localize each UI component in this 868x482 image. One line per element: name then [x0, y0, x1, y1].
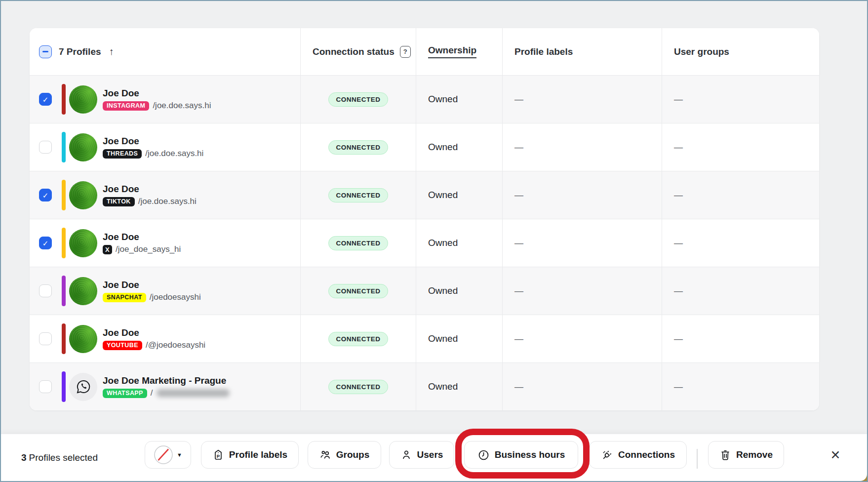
chevron-down-icon: ▼	[177, 452, 182, 458]
business-hours-button[interactable]: Business hours	[464, 441, 578, 469]
profile-labels-value: —	[502, 76, 662, 123]
profile-labels-value: —	[502, 123, 662, 171]
status-badge: CONNECTED	[328, 380, 388, 394]
profile-name: Joe Doe	[103, 232, 181, 242]
profile-handle: /joe.doe.says.hi	[153, 101, 211, 111]
profile-handle: /joedoesayshi	[150, 292, 201, 302]
user-groups-value: —	[662, 363, 819, 410]
status-badge: CONNECTED	[328, 236, 388, 250]
ownership-value: Owned	[416, 315, 502, 362]
row-checkbox[interactable]	[39, 332, 52, 345]
groups-button[interactable]: Groups	[308, 441, 381, 469]
platform-badge: WHATSAPP	[103, 389, 147, 398]
connections-button[interactable]: Connections	[589, 441, 687, 469]
users-button[interactable]: Users	[389, 441, 454, 469]
color-label-dropdown[interactable]: ▼	[145, 441, 191, 469]
profile-name: Joe Doe	[103, 88, 211, 99]
whatsapp-icon	[76, 379, 91, 395]
profile-color-bar	[62, 180, 66, 210]
table-row[interactable]: Joe Doe Marketing - Prague WHATSAPP / CO…	[30, 362, 819, 410]
avatar	[69, 133, 97, 161]
ownership-value: Owned	[416, 267, 502, 315]
profile-color-bar	[62, 132, 66, 162]
select-all-checkbox[interactable]	[39, 45, 52, 58]
label-tag-icon: P	[212, 449, 224, 461]
sort-ascending-icon[interactable]: ↑	[109, 46, 114, 57]
row-checkbox[interactable]	[39, 284, 52, 297]
status-badge: CONNECTED	[328, 332, 388, 346]
profile-labels-value: —	[502, 171, 662, 219]
user-groups-value: —	[662, 219, 819, 267]
connection-status-header: Connection status	[313, 46, 395, 57]
profile-name: Joe Doe Marketing - Prague	[103, 375, 230, 386]
profile-color-bar	[62, 276, 66, 306]
divider	[697, 449, 698, 469]
plug-connections-icon	[601, 449, 613, 461]
ownership-value: Owned	[416, 219, 502, 267]
profile-handle: /joe_doe_says_hi	[116, 244, 181, 254]
avatar	[69, 229, 97, 257]
selected-count-text: 3Profiles selected	[21, 452, 98, 463]
screen: 7 Profiles ↑ Connection status ? Ownersh…	[0, 0, 868, 482]
profile-labels-value: —	[502, 363, 662, 410]
avatar	[69, 181, 97, 209]
row-checkbox[interactable]	[39, 380, 52, 393]
profiles-count-header: 7 Profiles	[59, 46, 101, 57]
user-groups-header: User groups	[674, 46, 729, 57]
check-icon: ✓	[42, 192, 49, 199]
profile-labels-value: —	[502, 267, 662, 315]
user-groups-value: —	[662, 315, 819, 362]
ownership-header[interactable]: Ownership	[428, 45, 476, 58]
trash-icon	[719, 449, 731, 461]
profile-labels-header: Profile labels	[514, 46, 573, 57]
close-icon[interactable]: ✕	[827, 446, 844, 464]
profiles-table: 7 Profiles ↑ Connection status ? Ownersh…	[30, 28, 819, 410]
table-header: 7 Profiles ↑ Connection status ? Ownersh…	[30, 28, 819, 75]
table-row[interactable]: Joe Doe SNAPCHAT /joedoesayshi CONNECTED…	[30, 267, 819, 315]
table-body: ✓ Joe Doe INSTAGRAM /joe.doe.says.hi	[30, 75, 819, 410]
status-badge: CONNECTED	[328, 92, 388, 107]
status-badge: CONNECTED	[328, 188, 388, 202]
profile-color-bar	[62, 323, 66, 354]
avatar	[69, 277, 97, 305]
groups-icon	[319, 449, 331, 461]
row-checkbox[interactable]	[39, 141, 52, 154]
row-checkbox[interactable]: ✓	[39, 237, 52, 249]
check-icon: ✓	[42, 96, 49, 103]
svg-text:P: P	[217, 453, 220, 459]
row-checkbox[interactable]: ✓	[39, 189, 52, 201]
profile-handle: /@joedoesayshi	[146, 340, 205, 350]
status-badge: CONNECTED	[328, 140, 388, 155]
remove-button[interactable]: Remove	[708, 441, 784, 469]
user-groups-value: —	[662, 76, 819, 123]
profile-name: Joe Doe	[103, 136, 203, 147]
ownership-value: Owned	[416, 76, 502, 123]
row-checkbox[interactable]: ✓	[39, 93, 52, 106]
table-row[interactable]: Joe Doe THREADS /joe.doe.says.hi CONNECT…	[30, 123, 819, 171]
profile-name: Joe Doe	[103, 327, 205, 338]
clock-icon	[477, 449, 490, 461]
profile-labels-value: —	[502, 219, 662, 267]
no-color-swatch-icon	[154, 445, 173, 465]
ownership-value: Owned	[416, 171, 502, 219]
profile-name: Joe Doe	[103, 184, 197, 195]
table-row[interactable]: ✓ Joe Doe X /joe_doe_says_hi	[30, 219, 819, 267]
profile-handle: /joe.doe.says.hi	[138, 197, 197, 206]
profile-labels-button[interactable]: P Profile labels	[201, 441, 299, 469]
user-groups-value: —	[662, 171, 819, 219]
redacted-handle	[157, 389, 230, 397]
table-row[interactable]: Joe Doe YOUTUBE /@joedoesayshi CONNECTED…	[30, 315, 819, 362]
avatar	[69, 85, 97, 114]
user-groups-value: —	[662, 267, 819, 315]
check-icon: ✓	[42, 240, 49, 247]
table-row[interactable]: ✓ Joe Doe INSTAGRAM /joe.doe.says.hi	[30, 75, 819, 123]
profile-handle: /joe.doe.says.hi	[145, 149, 203, 159]
table-row[interactable]: ✓ Joe Doe TIKTOK /joe.doe.says.hi	[30, 171, 819, 219]
platform-badge: YOUTUBE	[103, 341, 142, 350]
profile-handle: /	[151, 388, 153, 398]
platform-badge: THREADS	[103, 149, 142, 159]
action-bar: 3Profiles selected ▼ P Profile labels	[1, 434, 867, 481]
help-icon[interactable]: ?	[400, 46, 411, 58]
profile-name: Joe Doe	[103, 280, 201, 290]
platform-badge: TIKTOK	[103, 197, 135, 206]
